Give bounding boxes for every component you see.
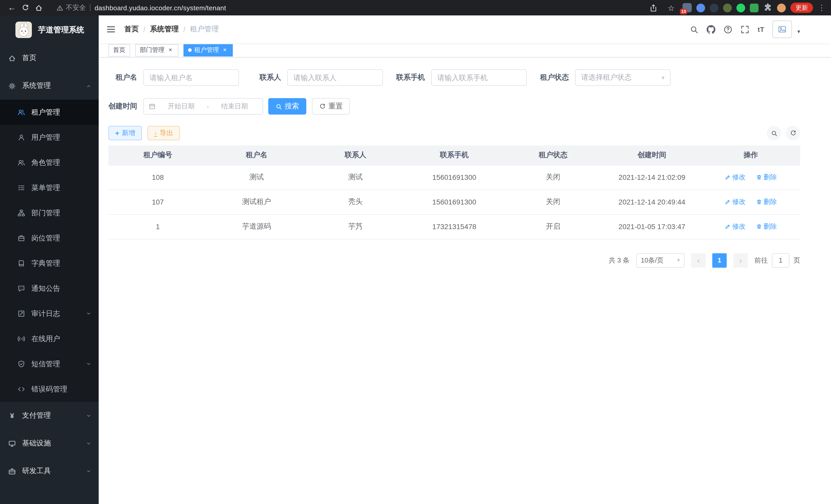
- goto-page-input[interactable]: [772, 253, 790, 267]
- search-icon[interactable]: [690, 25, 698, 34]
- breadcrumb-item-home[interactable]: 首页: [124, 25, 139, 34]
- sidebar-item-dev-tools[interactable]: 研发工具: [0, 457, 99, 485]
- contact-input[interactable]: [293, 73, 377, 82]
- back-button[interactable]: ←: [5, 1, 19, 14]
- cell-tenant-id: 107: [109, 189, 207, 214]
- sidebar-menu: 首页 系统管理 租户管理 用户管理 角色管理: [0, 44, 99, 485]
- refresh-table-button[interactable]: [786, 126, 800, 140]
- sidebar-item-roles[interactable]: 角色管理: [0, 150, 99, 175]
- chevron-down-icon: [86, 311, 91, 317]
- sidebar-item-notices[interactable]: 通知公告: [0, 276, 99, 301]
- extension-icon-dark[interactable]: [710, 3, 718, 12]
- book-icon: [18, 260, 25, 267]
- pencil-icon: [725, 224, 731, 230]
- tenant-status-select[interactable]: 请选择租户状态 ▾: [575, 69, 671, 86]
- browser-profile-avatar[interactable]: [777, 3, 786, 12]
- search-icon: [771, 130, 777, 137]
- add-button[interactable]: + 新增: [109, 126, 142, 140]
- pencil-icon: [725, 174, 731, 180]
- tags-view: 首页 部门管理 × 租户管理 ×: [99, 43, 831, 58]
- reset-button[interactable]: 重置: [312, 98, 350, 115]
- sidebar-item-users[interactable]: 用户管理: [0, 125, 99, 150]
- extension-icon-olive[interactable]: [723, 3, 732, 12]
- phone-input[interactable]: [437, 73, 521, 82]
- delete-link[interactable]: 删除: [756, 173, 777, 182]
- page-size-select[interactable]: 10条/页 ▾: [636, 253, 685, 267]
- date-range-picker[interactable]: 开始日期 - 结束日期: [143, 98, 263, 115]
- breadcrumb-item-system[interactable]: 系统管理: [150, 25, 179, 34]
- sidebar-item-audit-log[interactable]: 审计日志: [0, 301, 99, 326]
- site-security[interactable]: 不安全: [57, 3, 86, 12]
- share-button[interactable]: [647, 1, 660, 14]
- table-row: 108 测试 测试 15601691300 关闭 2021-12-14 21:0…: [109, 165, 800, 189]
- sidebar-item-departments[interactable]: 部门管理: [0, 200, 99, 226]
- edit-link[interactable]: 修改: [725, 197, 746, 207]
- toggle-search-button[interactable]: [767, 126, 781, 140]
- cell-status: 关闭: [504, 189, 603, 214]
- extension-icon-green-square[interactable]: [750, 3, 758, 12]
- chevron-down-icon: [86, 361, 91, 367]
- cell-contact: 测试: [306, 165, 405, 189]
- delete-link[interactable]: 删除: [756, 222, 777, 231]
- home-icon: [8, 54, 16, 62]
- delete-link-label: 删除: [764, 222, 777, 231]
- tab-department[interactable]: 部门管理 ×: [135, 44, 178, 56]
- sidebar-item-dictionary[interactable]: 字典管理: [0, 251, 99, 276]
- page-number-current[interactable]: 1: [712, 253, 727, 267]
- tab-label: 租户管理: [194, 46, 219, 55]
- sidebar-item-menus[interactable]: 菜单管理: [0, 175, 99, 200]
- extension-icon-green[interactable]: [737, 3, 745, 12]
- tenant-name-input[interactable]: [149, 73, 233, 82]
- sidebar-item-online-users[interactable]: 在线用户: [0, 326, 99, 351]
- close-icon[interactable]: ×: [167, 47, 174, 53]
- gear-icon: [8, 82, 16, 90]
- edit-link[interactable]: 修改: [725, 222, 746, 231]
- browser-update-button[interactable]: 更新: [791, 3, 813, 13]
- export-button[interactable]: ↓ 导出: [147, 126, 180, 140]
- address-bar[interactable]: 不安全 dashboard.yudao.iocoder.cn/system/te…: [57, 3, 647, 12]
- sidebar-item-system[interactable]: 系统管理: [0, 72, 99, 100]
- home-icon: [35, 4, 42, 11]
- sidebar-item-sms[interactable]: 短信管理: [0, 351, 99, 377]
- cell-tenant-id: 108: [109, 165, 207, 189]
- sidebar-item-label: 租户管理: [31, 108, 60, 117]
- sidebar-item-infrastructure[interactable]: 基础设施: [0, 429, 99, 457]
- help-icon[interactable]: [724, 25, 732, 34]
- extension-icon-blue[interactable]: [696, 3, 705, 12]
- tab-home[interactable]: 首页: [109, 44, 130, 56]
- sidebar-item-error-codes[interactable]: 错误码管理: [0, 377, 99, 402]
- close-icon[interactable]: ×: [222, 47, 228, 53]
- edit-link[interactable]: 修改: [725, 173, 746, 182]
- sidebar-item-home[interactable]: 首页: [0, 44, 99, 72]
- user-avatar[interactable]: [773, 21, 792, 38]
- avatar-caret-icon[interactable]: ▾: [797, 28, 800, 35]
- bookmark-star-button[interactable]: ☆: [664, 1, 678, 14]
- cell-tenant-id: 1: [109, 214, 207, 239]
- page-size-value: 10条/页: [641, 256, 675, 265]
- next-page-button[interactable]: ›: [733, 253, 748, 267]
- url-text[interactable]: dashboard.yudao.iocoder.cn/system/tenant: [94, 4, 226, 11]
- fullscreen-icon[interactable]: [741, 25, 749, 34]
- search-button[interactable]: 搜索: [268, 98, 306, 115]
- extension-icon-badged[interactable]: 10: [683, 3, 692, 12]
- sidebar-item-posts[interactable]: 岗位管理: [0, 226, 99, 251]
- github-icon[interactable]: [707, 25, 715, 34]
- warning-icon: [57, 4, 63, 11]
- tab-tenant[interactable]: 租户管理 ×: [183, 44, 233, 56]
- cell-actions: 修改 删除: [701, 214, 800, 239]
- edit-link-label: 修改: [732, 222, 746, 231]
- browser-home-button[interactable]: [32, 1, 45, 14]
- reload-icon: [21, 4, 29, 11]
- top-navbar: 首页 / 系统管理 / 租户管理 tT ▾: [99, 16, 831, 43]
- font-size-icon[interactable]: tT: [757, 25, 765, 33]
- browser-menu-icon[interactable]: ⋮: [818, 3, 826, 12]
- delete-link[interactable]: 删除: [756, 197, 777, 207]
- sidebar-item-tenant[interactable]: 租户管理: [0, 100, 99, 125]
- column-phone: 联系手机: [405, 145, 504, 165]
- sidebar-toggle-icon[interactable]: [106, 24, 116, 34]
- reload-button[interactable]: [19, 1, 32, 14]
- sidebar-item-payment[interactable]: ¥ 支付管理: [0, 402, 99, 429]
- create-time-label: 创建时间: [109, 102, 137, 111]
- extensions-puzzle-icon[interactable]: [763, 3, 772, 12]
- prev-page-button[interactable]: ‹: [691, 253, 706, 267]
